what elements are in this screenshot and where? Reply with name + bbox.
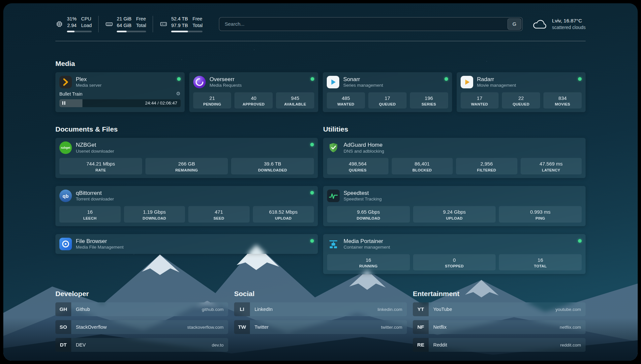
- app-name: Radarr: [477, 76, 516, 83]
- app-name: Speedtest: [344, 190, 382, 197]
- bookmark-abbr: NF: [413, 320, 429, 334]
- stat-queued: 17 QUEUED: [368, 92, 407, 109]
- stat-value: 485: [328, 95, 364, 102]
- documents-cards: nzbget NZBGet Usenet downloader 744.21 M…: [55, 138, 318, 254]
- stat-value: 16: [328, 257, 409, 263]
- stat-rate: 744.21 Mbps RATE: [59, 158, 142, 174]
- stat-label: LATENCY: [522, 168, 581, 172]
- memory-widget: 21 GiB Free 64 GiB Total: [98, 16, 153, 32]
- cpu-load-label: Load: [81, 22, 92, 29]
- bookmark-abbr: DT: [55, 338, 71, 352]
- stats-row: 498,564 QUERIES 86,401 BLOCKED 2,956 FIL…: [327, 158, 582, 174]
- stat-value: 196: [411, 95, 447, 102]
- app-desc: Series management: [343, 83, 383, 88]
- documents-section-title: Documents & Files: [55, 125, 318, 133]
- memory-free: 21 GiB: [117, 16, 131, 22]
- sonarr-icon: [327, 76, 339, 88]
- bookmark-rows: LI LinkedIn linkedin.com TW Twitter twit…: [234, 302, 407, 334]
- bookmark-name: Reddit: [433, 342, 447, 348]
- status-online-dot: [444, 77, 448, 81]
- stat-value: 16: [61, 209, 119, 215]
- qbittorrent-icon: qb: [59, 190, 72, 202]
- cloud-icon: [533, 19, 548, 29]
- app-titles: Radarr Movie management: [477, 76, 516, 88]
- section-utilities: Utilities: [323, 125, 586, 274]
- app-desc: Media server: [76, 83, 102, 88]
- now-playing-title: Bullet Train: [59, 91, 173, 97]
- bookmark-url: twitter.com: [381, 325, 402, 330]
- stat-queued: 22 QUEUED: [502, 92, 540, 109]
- bookmark-abbr: YT: [413, 302, 429, 316]
- section-media: Media Plex Media server: [55, 60, 586, 112]
- disk-icon: [160, 20, 168, 28]
- bookmark-url: netflix.com: [560, 325, 581, 330]
- app-name: Plex: [76, 76, 102, 83]
- stats-row: 21 PENDING 40 APPROVED 945 AVAILABLE: [193, 92, 315, 109]
- media-cards: Plex Media server Bullet Train ⚙ 24:44 /…: [55, 72, 586, 112]
- settings-gear-icon[interactable]: ⚙: [176, 91, 180, 96]
- bookmark-github[interactable]: GH Github github.com: [55, 302, 228, 316]
- middle-columns: Documents & Files nzbget NZBGet Usenet d…: [55, 125, 586, 274]
- resource-widgets: 31% CPU 2.94 Load 21: [55, 16, 209, 32]
- card-sonarr[interactable]: Sonarr Series management 485 WANTED 17 Q…: [323, 72, 452, 112]
- bookmark-abbr: SO: [55, 320, 71, 334]
- search-input[interactable]: [219, 17, 506, 31]
- bookmark-stackoverflow[interactable]: SO StackOverflow stackoverflow.com: [55, 320, 228, 334]
- app-name: Sonarr: [343, 76, 383, 83]
- card-qbittorrent[interactable]: qb qBittorrent Torrent downloader 16: [55, 186, 318, 226]
- stat-series: 196 SERIES: [410, 92, 448, 109]
- card-portainer[interactable]: Media Portainer Container management 16 …: [323, 234, 586, 274]
- stat-value: 9.65 Gbps: [328, 209, 409, 215]
- stat-download: 9.65 Gbps DOWNLOAD: [327, 206, 410, 223]
- bookmark-twitter[interactable]: TW Twitter twitter.com: [234, 320, 407, 334]
- bookmark-group-social: Social LI LinkedIn linkedin.com TW Twitt…: [234, 290, 407, 352]
- card-speedtest[interactable]: Speedtest Speedtest Tracking 9.65 Gbps D…: [323, 186, 586, 226]
- app-name: NZBGet: [76, 141, 114, 148]
- card-nzbget[interactable]: nzbget NZBGet Usenet downloader 744.21 M…: [55, 138, 318, 178]
- app-titles: Speedtest Speedtest Tracking: [344, 190, 382, 202]
- bookmark-name: Github: [76, 307, 90, 312]
- bookmark-dev[interactable]: DT DEV dev.to: [55, 338, 228, 352]
- stat-label: WANTED: [462, 102, 498, 106]
- bookmark-url: reddit.com: [560, 343, 581, 348]
- stat-value: 266 GB: [147, 161, 227, 167]
- card-adguard[interactable]: AdGuard Home DNS and adblocking 498,564 …: [323, 138, 586, 178]
- stat-value: 498,564: [328, 161, 387, 167]
- card-header: qb qBittorrent Torrent downloader: [59, 190, 314, 202]
- card-header: Speedtest Speedtest Tracking: [327, 190, 582, 202]
- bookmark-url: stackoverflow.com: [187, 325, 224, 330]
- stat-value: 21: [195, 95, 230, 102]
- stat-upload: 9.24 Gbps UPLOAD: [413, 206, 496, 223]
- cpu-readout: 31% CPU 2.94 Load: [67, 16, 92, 32]
- app-desc: Torrent downloader: [76, 197, 114, 202]
- card-radarr[interactable]: Radarr Movie management 17 WANTED 22 QUE…: [457, 72, 586, 112]
- cpu-load: 2.94: [67, 22, 76, 29]
- bookmark-linkedin[interactable]: LI LinkedIn linkedin.com: [234, 302, 407, 316]
- weather-location: Lviv, 16.87°C: [552, 17, 586, 24]
- search-bar: G: [219, 17, 523, 31]
- stat-value: 471: [190, 209, 248, 215]
- stats-row: 485 WANTED 17 QUEUED 196 SERIES: [327, 92, 448, 109]
- bookmark-reddit[interactable]: RE Reddit reddit.com: [413, 338, 586, 352]
- card-header: Plex Media server: [59, 76, 181, 88]
- bookmark-youtube[interactable]: YT YouTube youtube.com: [413, 302, 586, 316]
- nzbget-logo-text: nzbget: [61, 146, 71, 149]
- memory-progress-bar: [117, 31, 146, 32]
- stats-row: 17 WANTED 22 QUEUED 834 MOVIES: [461, 92, 582, 109]
- stat-blocked: 86,401 BLOCKED: [392, 158, 453, 174]
- stat-value: 16: [500, 257, 580, 263]
- stat-label: AVAILABLE: [277, 102, 313, 106]
- utilities-section-title: Utilities: [323, 125, 586, 133]
- stat-label: MOVIES: [545, 102, 580, 106]
- app-titles: File Browser Media File Management: [76, 238, 124, 250]
- search-provider-button[interactable]: G: [507, 18, 521, 30]
- bookmark-group-developer: Developer GH Github github.com SO StackO…: [55, 290, 228, 352]
- cpu-percent: 31%: [67, 16, 76, 22]
- bookmark-netflix[interactable]: NF Netflix netflix.com: [413, 320, 586, 334]
- stat-value: 40: [236, 95, 271, 102]
- stat-value: 9.24 Gbps: [414, 209, 495, 215]
- card-overseerr[interactable]: Overseerr Media Requests 21 PENDING 40 A…: [189, 72, 319, 112]
- disk-free: 52.4 TB: [171, 16, 188, 22]
- card-plex[interactable]: Plex Media server Bullet Train ⚙ 24:44 /…: [55, 72, 185, 112]
- card-filebrowser[interactable]: File Browser Media File Management: [55, 234, 318, 254]
